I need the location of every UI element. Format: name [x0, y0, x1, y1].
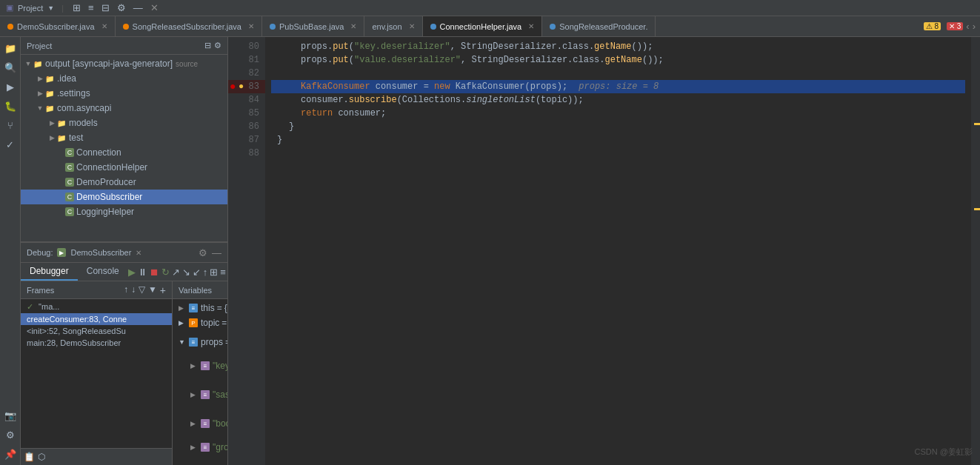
tab-env-json[interactable]: env.json ✕ [364, 16, 422, 37]
tab-nav-left[interactable]: ‹ [966, 21, 969, 32]
tree-item-connectionhelper[interactable]: ▶ C ConnectionHelper [21, 160, 227, 175]
frame-item-createconsumer[interactable]: createConsumer:83, Conne [21, 313, 172, 325]
debug-session-close[interactable]: ✕ [136, 249, 141, 257]
line-num-83: ● ● 83 [228, 80, 265, 93]
frames-btn-down[interactable]: ↓ [131, 284, 136, 296]
sidebar-action-1[interactable]: ⊟ [204, 41, 211, 50]
tree-item-demoproducer[interactable]: ▶ C DemoProducer [21, 175, 227, 190]
tree-item-connection[interactable]: ▶ C Connection [21, 145, 227, 160]
var-name-this: this [201, 303, 215, 313]
debug-bar-close[interactable]: — [212, 247, 221, 258]
tab-song-released-subscriber[interactable]: SongReleasedSubscriber.java ✕ [116, 16, 262, 37]
tree-item-com-asyncapi[interactable]: ▼ 📁 com.asyncapi [21, 101, 227, 116]
title-bar-dropdown[interactable]: ▼ [47, 4, 54, 12]
frame-item-ma[interactable]: ✓ "ma... [21, 301, 172, 313]
tab-close-3[interactable]: ✕ [350, 22, 356, 30]
sidebar-btn-vcs[interactable]: ⑂ [2, 117, 19, 133]
frames-footer-btn2[interactable]: ⬡ [38, 452, 45, 462]
debug-bar-gear[interactable]: ⚙ [199, 247, 207, 258]
frames-btn-add[interactable]: + [160, 284, 166, 296]
tree-item-settings[interactable]: ▶ 📁 .settings [21, 86, 227, 101]
toolbar-btn-6[interactable]: ✕ [150, 2, 159, 13]
debug-tb-threads[interactable]: ≡ [220, 267, 226, 278]
main-layout: 📁 🔍 ▶ 🐛 ⑂ ✓ 📷 ⚙ 📌 Project ⊟ ⚙ ▼ 📁 output… [0, 37, 980, 465]
editor-area: 80 81 82 ● ● 83 84 85 86 87 88 [228, 37, 980, 465]
toolbar-btn-3[interactable]: ⊟ [101, 2, 110, 13]
var-name-group-id: "group.id" [213, 442, 227, 452]
debug-tab-debugger[interactable]: Debugger [21, 263, 78, 281]
var-item-this[interactable]: ▶ ≡ this = {ConnectionHelper@1064} [173, 301, 227, 315]
var-item-props[interactable]: ▼ ≡ props = {Properties@1068} size = 8 [173, 330, 227, 354]
debug-tb-stop[interactable]: ⏹ [150, 267, 159, 278]
tab-close-4[interactable]: ✕ [409, 22, 415, 30]
toolbar-btn-2[interactable]: ≡ [88, 2, 94, 13]
var-icon-this: ≡ [189, 304, 198, 312]
tree-item-output[interactable]: ▼ 📁 output [asyncapi-java-generator] sou… [21, 56, 227, 71]
debug-tb-frames[interactable]: ⊞ [210, 267, 218, 278]
code-lines[interactable]: props.put("key.deserializer", StringDese… [265, 37, 971, 465]
folder-icon-output: 📁 [33, 58, 43, 69]
line-num-84: 84 [228, 93, 265, 107]
project-icon: ▣ [6, 3, 13, 13]
code-line-88 [271, 147, 965, 160]
var-item-value-deserializer[interactable]: ▶ ≡ "value.deserializer" -> "org.apache.… [173, 459, 227, 465]
frames-btn-more[interactable]: ▼ [148, 284, 157, 296]
tree-item-test[interactable]: ▶ 📁 test [21, 130, 227, 145]
tab-close-1[interactable]: ✕ [101, 22, 107, 30]
toolbar-btn-5[interactable]: — [133, 2, 143, 13]
line-num-82: 82 [228, 67, 265, 80]
sidebar-btn-camera[interactable]: 📷 [2, 407, 19, 424]
frames-footer-btn1[interactable]: 📋 [24, 452, 35, 462]
side-actions: 📁 🔍 ▶ 🐛 ⑂ ✓ 📷 ⚙ 📌 [0, 37, 21, 465]
tree-item-models[interactable]: ▶ 📁 models [21, 116, 227, 130]
var-item-topic[interactable]: ▶ P topic = "song.released" [173, 315, 227, 330]
frame-label-1: "ma... [39, 302, 59, 311]
tree-arrow-idea: ▶ [36, 75, 44, 82]
sidebar-action-2[interactable]: ⚙ [214, 41, 221, 50]
sidebar-btn-debug[interactable]: 🐛 [2, 98, 19, 114]
debug-tb-step-out[interactable]: ↙ [193, 267, 201, 278]
var-icon-key-deserializer: ≡ [201, 361, 210, 370]
toolbar-btn-4[interactable]: ⚙ [117, 2, 126, 13]
sidebar-btn-pin[interactable]: 📌 [2, 446, 19, 462]
sidebar-btn-run[interactable]: ▶ [2, 78, 19, 95]
debug-tb-pause[interactable]: ⏸ [138, 267, 147, 278]
tab-demo-subscriber[interactable]: DemoSubscriber.java ✕ [0, 16, 116, 37]
debug-tb-resume[interactable]: ▶ [128, 267, 136, 278]
debug-tb-step-over[interactable]: ↗ [172, 267, 180, 278]
right-scrollbar[interactable] [971, 37, 980, 465]
tab-close-5[interactable]: ✕ [528, 22, 534, 30]
tab-nav-right[interactable]: › [973, 21, 976, 32]
sidebar-btn-find[interactable]: 🔍 [2, 59, 19, 76]
sidebar-btn-project[interactable]: 📁 [2, 40, 19, 56]
frame-item-main[interactable]: main:28, DemoSubscriber [21, 337, 172, 349]
frames-btn-up[interactable]: ↑ [124, 284, 128, 296]
frame-item-init[interactable]: <init>:52, SongReleasedSu [21, 325, 172, 337]
sidebar-btn-settings[interactable]: ⚙ [2, 426, 19, 443]
debug-tb-rerun[interactable]: ↻ [161, 267, 170, 278]
tree-item-idea[interactable]: ▶ 📁 .idea [21, 71, 227, 86]
debug-tb-run-to-cursor[interactable]: ↑ [203, 267, 208, 278]
tree-label-connectionhelper: ConnectionHelper [76, 162, 147, 173]
var-name-topic: topic [201, 318, 219, 328]
tree-item-logginghelper[interactable]: ▶ C LoggingHelper [21, 204, 227, 219]
sidebar-btn-todo[interactable]: ✓ [2, 136, 19, 153]
debug-tab-console[interactable]: Console [78, 263, 128, 281]
frames-panel-title: Frames [27, 286, 54, 295]
var-item-group-id[interactable]: ▶ ≡ "group.id" -> "my-subscriber" [173, 435, 227, 459]
var-item-sasl-mechanism[interactable]: ▶ ≡ "sasl.mechanism" -> "SCRAM-SHA-512" [173, 378, 227, 412]
var-item-bootstrap-servers[interactable]: ▶ ≡ "bootstrap.servers" -> "192.168.195.… [173, 412, 227, 435]
tab-pub-sub-base[interactable]: PubSubBase.java ✕ [262, 16, 364, 37]
tab-song-released-producer[interactable]: SongReleasedProducer. [542, 16, 656, 37]
tab-close-2[interactable]: ✕ [248, 22, 254, 30]
var-item-key-deserializer[interactable]: ▶ ≡ "key.deserializer" -> "org.apache.ka… [173, 354, 227, 378]
frames-btn-filter[interactable]: ▽ [139, 284, 145, 296]
debug-bar: Debug: ▶ DemoSubscriber ✕ ⚙ — [21, 242, 227, 263]
tab-connection-helper[interactable]: ConnectionHelper.java ✕ [423, 16, 543, 37]
tree-item-demosubscriber[interactable]: ▶ C DemoSubscriber [21, 190, 227, 204]
tree-arrow-com-asyncapi: ▼ [36, 104, 44, 112]
var-arrow-topic: ▶ [179, 319, 189, 327]
code-area[interactable]: 80 81 82 ● ● 83 84 85 86 87 88 [228, 37, 980, 465]
toolbar-btn-1[interactable]: ⊞ [73, 2, 81, 13]
debug-tb-step-into[interactable]: ↘ [182, 267, 190, 278]
